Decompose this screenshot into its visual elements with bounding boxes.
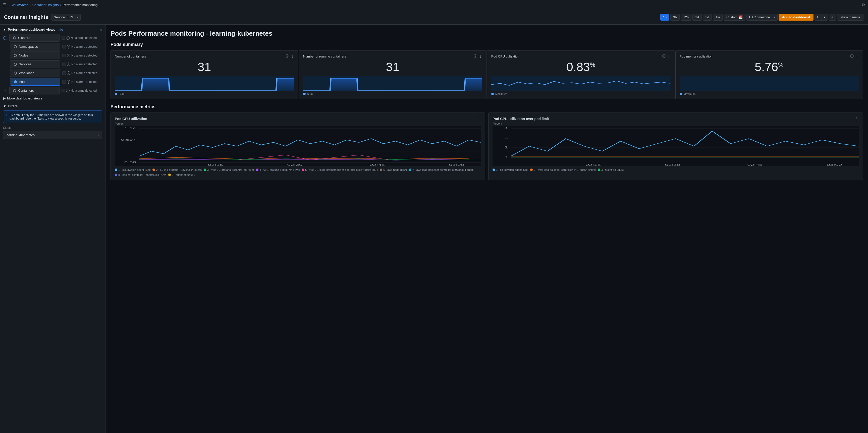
time-btn-1d[interactable]: 1d: [692, 14, 702, 21]
pods-summary-title: Pods summary: [111, 42, 863, 47]
metric-menu-cpu-limit[interactable]: ⋮: [855, 116, 859, 121]
time-btn-1w[interactable]: 1w: [713, 14, 722, 21]
service-select[interactable]: Service: EKS: [51, 14, 81, 21]
card-menu-icon-4[interactable]: ⋮: [855, 54, 859, 58]
checkbox-workloads[interactable]: [62, 71, 66, 75]
card-legend-4: Maximum: [680, 92, 859, 95]
info-link[interactable]: Info: [58, 28, 63, 31]
alarm-info-icon-namespaces: i: [67, 45, 70, 49]
time-btn-custom[interactable]: Custom 📅: [723, 14, 745, 21]
card-legend-1: Sum: [115, 92, 294, 95]
nav-row-workloads: Workloads i No alarms detected: [3, 69, 102, 77]
radio-workloads: [14, 71, 17, 74]
checkbox-namespaces[interactable]: [62, 45, 66, 49]
nav-btn-services[interactable]: Services: [10, 60, 60, 68]
cluster-label: Cluster: [3, 126, 102, 130]
arrow-right-icon-more: ▶: [3, 96, 5, 100]
timezone-select[interactable]: UTC timezone: [746, 14, 778, 21]
checkbox-containers[interactable]: [62, 89, 65, 92]
menu-icon[interactable]: ☰: [3, 2, 6, 7]
sidebar: ✕ ▼ Performance dashboard views Info ⬡ C…: [0, 25, 105, 433]
cluster-select[interactable]: learning-kubernetes: [3, 131, 102, 139]
breadcrumb-container-insights[interactable]: Container Insights: [32, 3, 59, 7]
more-views[interactable]: ▶ More dashboard views: [3, 96, 102, 100]
checkbox-clusters[interactable]: [62, 36, 65, 40]
time-btn-3h[interactable]: 3h: [670, 14, 679, 21]
summary-grid: Number of containers ⓘ ⋮ 31: [111, 50, 863, 99]
metric-menu-cpu[interactable]: ⋮: [477, 116, 481, 121]
nav-row-pods: Pods i No alarms detected: [3, 78, 102, 86]
layout: ✕ ▼ Performance dashboard views Info ⬡ C…: [0, 25, 868, 433]
svg-text:02:15: 02:15: [586, 163, 601, 166]
time-btn-1h[interactable]: 1h: [660, 14, 669, 21]
time-btn-3d[interactable]: 3d: [703, 14, 712, 21]
legend-item-4: 4 - 60.1-grafana-58d5f97f44-lrvxj: [256, 168, 300, 171]
card-title-4: Pod memory utilization: [680, 55, 713, 58]
alarm-badge-containers: i No alarms detected: [62, 89, 97, 92]
breadcrumb-cloudwatch[interactable]: CloudWatch: [10, 3, 28, 7]
checkbox-services[interactable]: [62, 63, 66, 66]
card-icons-4: ⓘ ⋮: [850, 54, 859, 59]
card-info-icon-2[interactable]: ⓘ: [474, 54, 477, 59]
nav-btn-clusters[interactable]: Clusters: [9, 34, 60, 42]
legend-item-limit-1: 1 - cloudwatch-agent-j5lpx: [493, 168, 528, 171]
filters-title[interactable]: ▼ Filters: [3, 104, 102, 108]
card-menu-icon-3[interactable]: ⋮: [667, 54, 671, 58]
legend-item-5: 5 - v60-0-1-kube-prometheus-st-operator-…: [302, 168, 378, 171]
card-info-icon-3[interactable]: ⓘ: [662, 54, 665, 59]
sidebar-close-button[interactable]: ✕: [99, 28, 102, 32]
checkbox-pods[interactable]: [62, 80, 66, 84]
card-chart-1: [115, 76, 294, 91]
view-maps-button[interactable]: View in maps: [837, 14, 864, 21]
expand-button[interactable]: ⤢: [829, 14, 836, 21]
card-info-icon-1[interactable]: ⓘ: [285, 54, 289, 59]
nav-row-namespaces: Namespaces i No alarms detected: [3, 43, 102, 51]
card-chart-2: [303, 76, 483, 91]
cluster-select-wrap[interactable]: learning-kubernetes: [3, 131, 102, 139]
nav-btn-namespaces[interactable]: Namespaces: [10, 43, 60, 51]
timezone-wrap[interactable]: UTC timezone: [746, 14, 778, 21]
svg-text:1: 1: [504, 156, 508, 158]
checkbox-nodes[interactable]: [62, 54, 66, 57]
card-menu-icon-2[interactable]: ⋮: [479, 54, 482, 58]
card-title-3: Pod CPU utilization: [491, 55, 519, 58]
svg-text:03:00: 03:00: [827, 163, 842, 166]
nav-btn-pods[interactable]: Pods: [10, 78, 60, 86]
alarm-info-icon-services: i: [67, 63, 70, 66]
refresh-button[interactable]: ↻: [815, 14, 822, 20]
svg-text:0.06: 0.06: [124, 161, 136, 164]
card-menu-icon-1[interactable]: ⋮: [290, 54, 294, 58]
axis-label-cpu-limit: Percent: [493, 122, 859, 125]
card-value-2: 31: [303, 60, 483, 74]
filters-section: ▼ Filters ℹ By default only top 10 metri…: [3, 104, 102, 139]
legend-item-9: 9 - fluent-bit-9g956: [168, 173, 195, 176]
card-icons-3: ⓘ ⋮: [662, 54, 671, 59]
nav-btn-containers[interactable]: Containers: [9, 87, 60, 94]
settings-icon[interactable]: ⚙: [862, 3, 865, 7]
card-running-containers: Number of running containers ⓘ ⋮ 31: [299, 50, 487, 99]
filter-info-icon: ℹ: [6, 114, 7, 120]
dashboard-views-title[interactable]: ▼ Performance dashboard views Info: [3, 28, 99, 31]
legend-item-1: 1 - cloudwatch-agent-j5lpx: [115, 168, 150, 171]
legend-color-3: [204, 168, 206, 171]
radio-pods: [14, 81, 17, 83]
legend-dot-4: [680, 93, 682, 95]
refresh-dropdown-button[interactable]: ▾: [822, 14, 828, 20]
radio-clusters: [13, 36, 16, 39]
nav-btn-workloads[interactable]: Workloads: [10, 69, 60, 77]
legend-color-1: [115, 168, 117, 171]
svg-rect-5: [680, 76, 859, 91]
time-btn-12h[interactable]: 12h: [681, 14, 692, 21]
top-bar: ☰ CloudWatch › Container Insights › Perf…: [0, 0, 868, 10]
radio-nodes: [14, 54, 17, 57]
service-select-wrap[interactable]: Service: EKS: [51, 14, 81, 21]
axis-label-cpu: Percent: [115, 122, 481, 125]
alarm-badge-nodes: i No alarms detected: [62, 54, 97, 57]
legend-dot-2: [303, 93, 306, 95]
calendar-icon: 📅: [739, 15, 743, 19]
svg-rect-18: [493, 126, 859, 166]
radio-services: [14, 63, 17, 66]
nav-btn-nodes[interactable]: Nodes: [10, 52, 60, 59]
add-dashboard-button[interactable]: Add to dashboard: [779, 14, 813, 21]
card-info-icon-4[interactable]: ⓘ: [850, 54, 854, 59]
